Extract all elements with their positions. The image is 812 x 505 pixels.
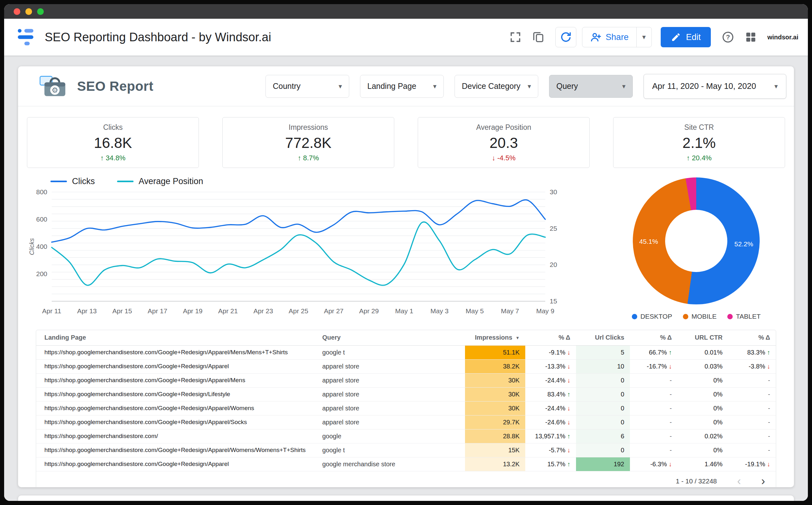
landing-page-cell[interactable]: https://shop.googlemerchandisestore.com/ [36,429,322,443]
filter-country[interactable]: Country▾ [265,75,349,98]
edit-button-label: Edit [686,32,701,42]
clicks-delta-cell: - [630,401,678,415]
help-icon[interactable]: ? [721,30,735,44]
filter-device-category[interactable]: Device Category▾ [455,75,538,98]
column-header-impressions[interactable]: Impressions▼ [465,330,525,345]
window-close-button[interactable] [14,8,20,15]
svg-text:Apr 17: Apr 17 [148,307,167,315]
impressions-delta-cell: -24.4% ↓ [525,401,576,415]
slice-label-mobile: 45.1% [639,238,658,245]
table-row[interactable]: https://shop.googlemerchandisestore.com/… [36,457,776,471]
landing-page-cell[interactable]: https://shop.googlemerchandisestore.com/… [36,457,322,471]
sort-descending-icon: ▼ [515,336,520,340]
window-minimize-button[interactable] [25,8,32,15]
column-header--[interactable]: % Δ [630,330,678,345]
trend-up-icon: ↑ [567,461,570,468]
column-header--[interactable]: % Δ [728,330,776,345]
column-header-url-clicks[interactable]: Url Clicks [576,330,630,345]
table-row[interactable]: https://shop.googlemerchandisestore.com/… [36,387,776,401]
share-dropdown-caret[interactable]: ▾ [636,27,651,47]
scorecard-clicks: Clicks 16.8K ↑34.8% [27,117,199,168]
query-cell: google t [322,443,465,457]
column-header--[interactable]: % Δ [525,330,576,345]
table-row[interactable]: https://shop.googlemerchandisestore.com/… [36,429,776,443]
pencil-icon [671,32,681,42]
legend-swatch [117,181,133,182]
url-clicks-cell: 0 [576,401,630,415]
svg-text:May 3: May 3 [431,307,449,315]
donut-legend-tablet[interactable]: TABLET [727,313,761,320]
landing-page-cell[interactable]: https://shop.googlemerchandisestore.com/… [36,443,322,457]
table-row[interactable]: https://shop.googlemerchandisestore.com/… [36,359,776,373]
landing-page-cell[interactable]: https://shop.googlemerchandisestore.com/… [36,373,322,387]
ctr-delta-cell: - [728,429,776,443]
legend-swatch [50,181,67,182]
scorecard-delta: ↑20.4% [687,154,712,162]
ctr-delta-cell: -19.1% ↓ [728,457,776,471]
table-row[interactable]: https://shop.googlemerchandisestore.com/… [36,373,776,387]
fullscreen-icon[interactable] [508,30,522,44]
donut-legend-label: DESKTOP [640,313,672,320]
svg-text:Apr 15: Apr 15 [112,307,132,315]
column-header-url-ctr[interactable]: URL CTR [678,330,728,345]
report-page: ⚙ SEO Report Country▾Landing Page▾Device… [18,66,794,487]
landing-page-cell[interactable]: https://shop.googlemerchandisestore.com/… [36,345,322,359]
share-button-label: Share [606,32,629,42]
trend-down-icon: ↓ [668,363,672,370]
report-canvas: ⚙ SEO Report Country▾Landing Page▾Device… [4,55,808,501]
query-cell: google merchandise store [322,457,465,471]
chevron-down-icon: ▾ [338,82,342,90]
legend-item-clicks[interactable]: Clicks [50,176,95,186]
svg-text:30: 30 [550,188,557,195]
legend-item-average-position[interactable]: Average Position [117,176,203,186]
column-header-landing-page[interactable]: Landing Page [36,330,322,345]
filter-query[interactable]: Query▾ [549,75,633,98]
person-add-icon [590,31,601,43]
pages-icon[interactable] [531,30,545,44]
legend-label: Clicks [72,176,95,186]
table-row[interactable]: https://shop.googlemerchandisestore.com/… [36,443,776,457]
donut-legend-mobile[interactable]: MOBILE [683,313,717,320]
page-title: SEO Reporting Dashboard - by Windsor.ai [45,30,271,44]
slice-label-desktop: 52.2% [734,240,753,248]
scorecard-value: 16.8K [94,134,132,151]
apps-grid-icon[interactable] [744,30,758,44]
svg-text:Apr 19: Apr 19 [183,307,203,315]
landing-page-cell[interactable]: https://shop.googlemerchandisestore.com/… [36,359,322,373]
query-cell: google t [322,345,465,359]
impressions-delta-cell: -24.6% ↓ [525,415,576,429]
table-row[interactable]: https://shop.googlemerchandisestore.com/… [36,401,776,415]
pagination-label: 1 - 10 / 32248 [675,477,717,485]
url-clicks-cell: 6 [576,429,630,443]
donut-legend-desktop[interactable]: DESKTOP [632,313,672,320]
window-zoom-button[interactable] [37,8,44,15]
edit-button[interactable]: Edit [661,27,711,47]
column-header-query[interactable]: Query [322,330,465,345]
toolbox-logo-icon: ⚙ [38,73,71,100]
table-row[interactable]: https://shop.googlemerchandisestore.com/… [36,345,776,359]
svg-text:Apr 21: Apr 21 [218,307,238,315]
svg-text:⚙: ⚙ [52,86,58,94]
impressions-delta-cell: 15.7% ↑ [525,457,576,471]
landing-page-cell[interactable]: https://shop.googlemerchandisestore.com/… [36,415,322,429]
legend-dot [683,314,688,319]
scorecard-value: 772.8K [285,134,331,151]
svg-text:May 5: May 5 [466,307,484,315]
chevron-down-icon: ▾ [527,82,531,90]
filter-landing-page[interactable]: Landing Page▾ [360,75,444,98]
landing-page-cell[interactable]: https://shop.googlemerchandisestore.com/… [36,387,322,401]
refresh-button[interactable] [555,27,576,47]
svg-text:Apr 11: Apr 11 [42,307,61,315]
url-ctr-cell: 0.02% [678,429,728,443]
table-row[interactable]: https://shop.googlemerchandisestore.com/… [36,415,776,429]
pagination-next-icon[interactable]: › [761,476,765,487]
date-range-picker[interactable]: Apr 11, 2020 - May 10, 2020 ▾ [643,74,786,99]
scorecard-label: Impressions [289,123,328,132]
share-button[interactable]: Share ▾ [582,27,652,47]
pagination-prev-icon[interactable]: ‹ [737,476,741,487]
svg-text:400: 400 [36,243,47,250]
svg-text:20: 20 [550,261,557,268]
landing-page-cell[interactable]: https://shop.googlemerchandisestore.com/… [36,401,322,415]
ctr-delta-cell: - [728,387,776,401]
line-chart-plot: 20040060080015202530Apr 11Apr 13Apr 15Ap… [27,188,607,318]
